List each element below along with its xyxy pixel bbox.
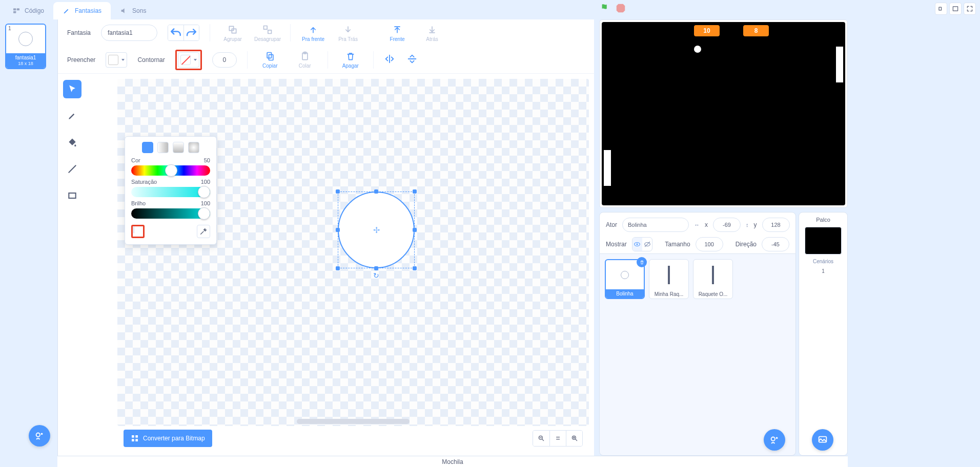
rotate-handle[interactable]: ↻ [373,271,379,280]
outline-label: Contornar [137,56,165,63]
add-sprite-fab[interactable] [764,429,785,451]
fill-horizontal-gradient[interactable] [157,142,169,153]
tab-sounds[interactable]: Sons [111,2,155,19]
svg-rect-10 [264,26,268,29]
selection-box[interactable]: ✢ ↻ [338,192,415,268]
stage-canvas[interactable]: 10 8 [602,22,845,205]
svg-rect-4 [939,7,942,10]
tab-code-label: Código [25,7,44,14]
sprite-card-raquete-oponente[interactable]: Raquete O... [693,259,733,299]
zoom-in-button[interactable] [566,431,582,446]
convert-to-bitmap-button[interactable]: Converter para Bitmap [124,430,212,447]
fill-radial-gradient[interactable] [188,142,199,153]
redo-button[interactable] [183,25,199,40]
stage-ball [694,46,701,53]
forward-button[interactable]: Pra frente [301,24,325,42]
hue-label: Cor [131,157,140,163]
svg-point-6 [36,433,40,437]
stage-preview: 10 8 [599,19,848,208]
svg-point-33 [771,437,775,441]
green-flag-button[interactable] [600,3,611,14]
direction-lbl: Direção [736,241,757,248]
svg-rect-13 [269,55,273,60]
outline-color-dropdown[interactable] [178,52,199,68]
resize-handle[interactable] [413,266,417,270]
eyedropper-button[interactable] [197,225,210,238]
fill-color-dropdown[interactable] [106,52,127,68]
fill-solid-mode[interactable] [142,142,153,153]
resize-handle[interactable] [413,189,417,194]
hue-slider[interactable] [131,165,210,176]
stage-small-button[interactable] [935,3,947,15]
costume-thumb-1[interactable]: 1 fantasia1 18 x 18 [5,24,46,69]
group-button[interactable]: Agrupar [220,24,245,42]
canvas-scrollbar[interactable] [297,419,410,424]
center-indicator-icon: ✢ [373,225,380,235]
stage-large-button[interactable] [949,3,962,15]
tool-line[interactable] [63,160,81,178]
flip-h-button[interactable] [384,53,395,66]
costume-name-lbl: Fantasia [67,29,91,36]
bri-slider[interactable] [131,208,210,219]
stage-fullscreen-button[interactable] [964,3,976,15]
delete-button[interactable]: Apagar [338,51,363,69]
no-color-button[interactable] [133,226,134,234]
tab-costumes[interactable]: Fantasias [53,2,111,19]
size-input[interactable] [696,237,723,251]
backpack-toggle[interactable]: Mochila [57,456,848,467]
add-backdrop-fab[interactable] [812,429,833,451]
resize-handle[interactable] [374,266,378,270]
code-icon [12,7,21,15]
direction-input[interactable] [762,237,789,251]
front-button[interactable]: Frente [385,24,410,42]
sat-slider[interactable] [131,187,210,197]
costume-name-input[interactable] [101,25,157,41]
delete-sprite-icon[interactable] [637,257,647,267]
flip-v-button[interactable] [406,53,418,66]
tool-rect[interactable] [63,186,81,205]
paste-button[interactable]: Colar [293,51,317,69]
stage-panel: Palco Cenários 1 [799,212,848,456]
ungroup-button[interactable]: Desagrupar [255,24,280,42]
svg-rect-20 [132,439,134,441]
svg-rect-19 [135,435,138,438]
svg-rect-5 [953,7,957,11]
chevron-down-icon [121,59,125,61]
x-input[interactable] [713,218,741,232]
tool-fill[interactable] [63,133,81,152]
sprite-card-minha-raquete[interactable]: Minha Raq... [649,259,689,299]
backward-button[interactable]: Pra Trás [336,24,360,42]
stage-thumbnail[interactable] [805,227,842,254]
stop-button[interactable] [615,3,626,14]
fill-vertical-gradient[interactable] [173,142,184,153]
resize-handle[interactable] [336,189,340,194]
tool-brush[interactable] [63,107,81,125]
sprite-name-input[interactable] [622,218,689,232]
costume-number: 1 [8,26,11,31]
tab-code[interactable]: Código [3,2,53,19]
show-sprite-button[interactable] [632,238,642,251]
costume-name-label: fantasia1 [15,55,36,60]
back-button[interactable]: Atrás [420,24,444,42]
tool-select[interactable] [63,80,81,98]
tab-costumes-label: Fantasias [75,7,101,14]
outline-width-input[interactable] [212,52,237,68]
no-outline-swatch [180,55,191,65]
chevron-down-icon [194,59,197,61]
sprite-card-bolinha[interactable]: Bolinha [605,259,645,299]
resize-handle[interactable] [413,228,417,232]
add-costume-fab[interactable] [29,425,50,447]
zoom-reset-button[interactable]: = [549,431,566,446]
copy-button[interactable]: Copiar [258,51,282,69]
y-input[interactable] [762,218,790,232]
undo-button[interactable] [168,25,183,40]
zoom-out-button[interactable] [533,431,549,446]
sprite-name: Raquete O... [693,290,732,299]
hide-sprite-button[interactable] [642,238,652,251]
paint-canvas[interactable]: ✢ ↻ [117,79,589,426]
svg-rect-17 [69,193,75,198]
resize-handle[interactable] [336,228,340,232]
resize-handle[interactable] [374,189,378,194]
tab-sounds-label: Sons [132,7,146,14]
resize-handle[interactable] [336,266,340,270]
